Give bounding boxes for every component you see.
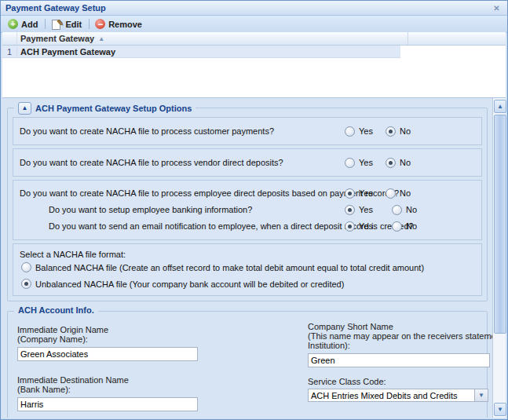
window-title: Payment Gateway Setup <box>5 3 106 13</box>
radio-unbalanced[interactable] <box>21 279 31 289</box>
add-icon: + <box>8 19 18 29</box>
question-text: Do you want to create NACHA file to proc… <box>20 158 283 167</box>
question-text: Do you want to create NACHA file to proc… <box>20 126 274 136</box>
radio-no[interactable] <box>392 221 402 232</box>
field-label: Immediate Origin Name <box>17 325 199 334</box>
radio-no[interactable] <box>386 188 396 199</box>
radio-no[interactable] <box>392 205 402 215</box>
toolbar-separator <box>89 19 90 29</box>
scroll-down-icon[interactable]: ▼ <box>494 403 506 416</box>
close-icon[interactable]: ✕ <box>491 2 503 13</box>
service-class-code-select[interactable]: ACH Entries Mixed Debits and Credits ▼ <box>308 389 488 402</box>
add-button-label: Add <box>21 20 38 29</box>
account-info-fieldset: ACH Account Info. Immediate Origin Name … <box>7 311 488 418</box>
question-box-employee-deposits: Do you want to create NACHA file to proc… <box>13 180 482 240</box>
radio-no[interactable] <box>386 158 396 168</box>
service-class-code-value: ACH Entries Mixed Debits and Credits <box>309 391 474 400</box>
radio-balanced[interactable] <box>21 262 31 272</box>
edit-icon: ✎ <box>51 19 62 30</box>
edit-button-label: Edit <box>65 20 82 29</box>
question-box-customer-payments: Do you want to create NACHA file to proc… <box>13 117 482 145</box>
radio-yes[interactable] <box>345 126 355 137</box>
grid-row-ach-payment-gateway[interactable]: 1 ACH Payment Gateway <box>2 46 400 58</box>
question-text: Do you want to create NACHA file to proc… <box>20 188 399 198</box>
edit-button[interactable]: ✎ Edit <box>48 18 86 31</box>
radio-yes[interactable] <box>345 221 355 232</box>
field-label: Company Short Name <box>308 322 492 331</box>
add-button[interactable]: + Add <box>5 18 42 30</box>
vertical-scrollbar[interactable]: ▲ ▼ <box>492 98 506 418</box>
nacha-option-label: Balanced NACHA file (Create an offset re… <box>35 263 424 272</box>
gateway-name-cell: ACH Payment Gateway <box>17 47 115 57</box>
nacha-option-balanced: Balanced NACHA file (Create an offset re… <box>21 262 481 272</box>
question-box-vendor-deposits: Do you want to create NACHA file to proc… <box>13 148 482 177</box>
field-label: Service Class Code: <box>308 377 492 386</box>
row-number: 1 <box>2 47 17 57</box>
field-label: (Company Name): <box>17 334 199 344</box>
radio-yes[interactable] <box>345 188 355 199</box>
remove-button[interactable]: − Remove <box>92 18 147 30</box>
account-info-legend: ACH Account Info. <box>14 305 98 315</box>
immediate-destination-name-input[interactable] <box>17 397 198 411</box>
remove-button-label: Remove <box>108 20 142 29</box>
grid-header: Payment Gateway ▲ <box>2 32 506 46</box>
payment-gateway-grid: Payment Gateway ▲ 1 ACH Payment Gateway <box>2 32 506 98</box>
account-info-body: Immediate Origin Name (Company Name): Im… <box>8 320 487 418</box>
field-label: Immediate Destination Name <box>17 375 199 385</box>
scroll-up-icon[interactable]: ▲ <box>494 100 506 113</box>
nacha-option-unbalanced: Unbalanced NACHA file (Your company bank… <box>21 279 481 289</box>
account-info-legend-label: ACH Account Info. <box>18 305 94 315</box>
payment-gateway-setup-window: Payment Gateway Setup ✕ + Add ✎ Edit − R… <box>0 0 508 420</box>
radio-no[interactable] <box>386 126 396 137</box>
account-right-column: Company Short Name (This name may appear… <box>308 322 492 418</box>
collapse-icon[interactable]: ▲ <box>18 102 31 115</box>
options-legend: ▲ ACH Payment Gateway Setup Options <box>14 102 196 115</box>
field-label: (This name may appear on the receivers s… <box>308 331 492 341</box>
nacha-option-label: Unbalanced NACHA file (Your company bank… <box>35 279 344 289</box>
question-text: Do you want to setup employee banking in… <box>49 205 252 214</box>
company-short-name-input[interactable] <box>308 353 490 367</box>
immediate-origin-name-input[interactable] <box>17 347 198 361</box>
radio-yes[interactable] <box>345 158 355 168</box>
nacha-format-box: Select a NACHA file format: Balanced NAC… <box>13 243 482 296</box>
remove-icon: − <box>95 19 105 29</box>
radio-yes[interactable] <box>345 205 355 215</box>
setup-content: ▲ ACH Payment Gateway Setup Options Do y… <box>2 98 492 418</box>
nacha-format-label: Select a NACHA file format: <box>20 250 481 259</box>
toolbar: + Add ✎ Edit − Remove <box>1 16 507 33</box>
options-legend-label: ACH Payment Gateway Setup Options <box>35 104 192 113</box>
row-number-header <box>2 32 17 45</box>
field-label: (Bank Name): <box>17 385 199 394</box>
chevron-down-icon: ▼ <box>474 389 488 401</box>
field-label: Institution): <box>308 341 492 350</box>
payment-gateway-column-header[interactable]: Payment Gateway ▲ <box>17 32 408 45</box>
toolbar-separator <box>45 19 46 29</box>
sort-ascending-icon: ▲ <box>98 35 104 42</box>
setup-scroll-pane: ▲ ACH Payment Gateway Setup Options Do y… <box>2 97 506 418</box>
scrollbar-thumb[interactable] <box>494 115 506 334</box>
options-fieldset: ▲ ACH Payment Gateway Setup Options Do y… <box>7 108 488 301</box>
account-left-column: Immediate Origin Name (Company Name): Im… <box>17 325 199 418</box>
title-bar: Payment Gateway Setup ✕ <box>1 1 507 16</box>
